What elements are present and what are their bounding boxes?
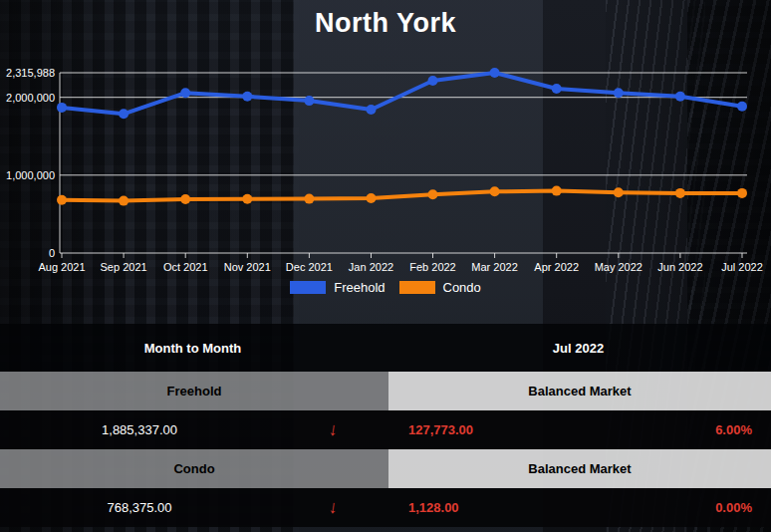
svg-text:Nov 2021: Nov 2021 <box>224 261 271 273</box>
month-to-month-header: Month to Month <box>0 341 386 356</box>
svg-text:Apr 2022: Apr 2022 <box>534 261 579 273</box>
condo-change-amount: 1,128.00 <box>386 500 592 515</box>
freehold-trend-down-icon: ↓ <box>279 419 386 440</box>
condo-section-row: Condo Balanced Market <box>0 449 771 488</box>
freehold-change-percent: 6.00% <box>592 422 771 437</box>
svg-text:Mar 2022: Mar 2022 <box>471 261 517 273</box>
condo-section-label: Condo <box>0 449 388 488</box>
table-header-row: Month to Month Jul 2022 <box>0 324 771 372</box>
svg-text:Dec 2021: Dec 2021 <box>286 261 333 273</box>
condo-change-percent: 0.00% <box>592 500 771 515</box>
svg-text:Jul 2022: Jul 2022 <box>721 261 763 273</box>
report-page: North York 01,000,0002,000,0002,315,988A… <box>0 0 771 532</box>
legend-label: Condo <box>443 280 481 295</box>
page-title: North York <box>0 8 771 39</box>
freehold-change-amount: 127,773.00 <box>386 422 592 437</box>
condo-trend-down-icon: ↓ <box>279 497 386 518</box>
svg-text:1,000,000: 1,000,000 <box>6 169 55 181</box>
down-arrow-icon: ↓ <box>327 418 339 440</box>
legend-label: Freehold <box>334 280 385 295</box>
condo-market-status-badge: Balanced Market <box>388 449 771 488</box>
legend-item-freehold[interactable]: Freehold <box>290 280 385 295</box>
line-chart-canvas: 01,000,0002,000,0002,315,988Aug 2021Sep … <box>0 45 771 279</box>
freehold-market-status-badge: Balanced Market <box>388 372 771 410</box>
svg-text:Oct 2021: Oct 2021 <box>163 261 208 273</box>
svg-text:May 2022: May 2022 <box>595 261 642 273</box>
svg-text:0: 0 <box>49 247 55 259</box>
condo-price-value: 768,375.00 <box>0 500 279 515</box>
freehold-data-row: 1,885,337.00 ↓ 127,773.00 6.00% <box>0 410 771 449</box>
svg-text:Jan 2022: Jan 2022 <box>349 261 393 273</box>
freehold-price-value: 1,885,337.00 <box>0 422 279 437</box>
period-header: Jul 2022 <box>386 341 771 356</box>
chart-legend: Freehold Condo <box>0 280 771 295</box>
svg-text:Sep 2021: Sep 2021 <box>101 261 147 273</box>
svg-text:2,000,000: 2,000,000 <box>6 92 55 104</box>
condo-series-swatch <box>399 281 435 294</box>
freehold-section-label: Freehold <box>0 372 388 410</box>
price-trend-chart: 01,000,0002,000,0002,315,988Aug 2021Sep … <box>0 45 771 279</box>
legend-item-condo[interactable]: Condo <box>399 280 481 295</box>
freehold-section-row: Freehold Balanced Market <box>0 372 771 410</box>
svg-text:Jun 2022: Jun 2022 <box>657 261 702 273</box>
market-summary-table: Month to Month Jul 2022 Freehold Balance… <box>0 324 771 527</box>
svg-text:Aug 2021: Aug 2021 <box>38 261 85 273</box>
svg-text:Feb 2022: Feb 2022 <box>409 261 455 273</box>
down-arrow-icon: ↓ <box>327 496 339 518</box>
svg-text:2,315,988: 2,315,988 <box>6 67 55 79</box>
condo-data-row: 768,375.00 ↓ 1,128.00 0.00% <box>0 488 771 527</box>
freehold-series-swatch <box>290 281 326 294</box>
